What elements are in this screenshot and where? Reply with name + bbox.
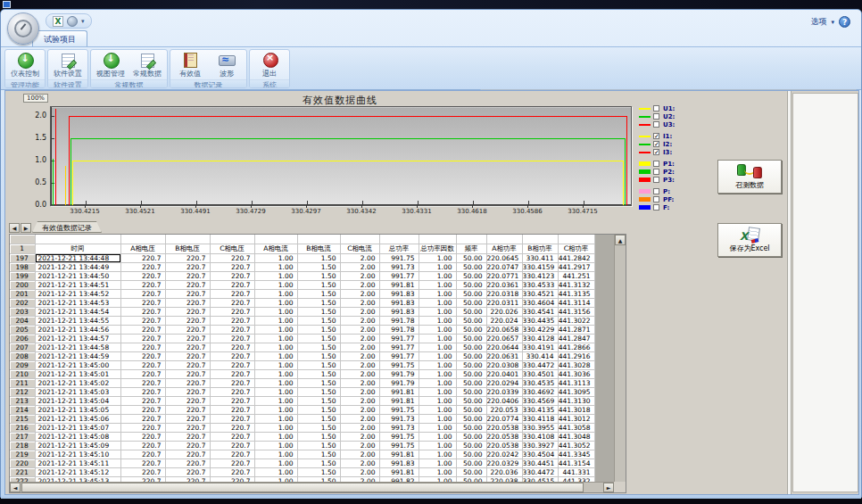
column-title-cell[interactable]: 总功率因数 — [419, 244, 456, 253]
rms-value-button[interactable]: 有效值 — [173, 51, 207, 78]
table-cell[interactable]: 220.7 — [120, 343, 165, 351]
table-cell[interactable]: 441.3028 — [558, 360, 594, 369]
table-cell[interactable]: 220.0771 — [486, 271, 522, 280]
table-cell[interactable]: 1.00 — [419, 369, 456, 378]
header-cell[interactable] — [558, 235, 594, 244]
table-cell[interactable]: 991.75 — [379, 441, 419, 450]
table-cell[interactable]: 220.7 — [120, 280, 165, 289]
table-cell[interactable]: 1.00 — [254, 325, 297, 334]
table-cell[interactable]: 220.7 — [120, 360, 165, 369]
table-cell[interactable]: 441.2871 — [558, 325, 594, 334]
table-cell[interactable]: 220.0774 — [486, 414, 522, 423]
legend-checkbox[interactable] — [653, 121, 659, 128]
table-cell[interactable]: 330.4569 — [522, 396, 558, 405]
table-cell[interactable]: 1.00 — [419, 441, 456, 450]
table-cell[interactable]: 1.50 — [297, 307, 340, 316]
table-cell[interactable]: 1.00 — [419, 289, 456, 298]
table-cell[interactable]: 1.50 — [297, 450, 340, 459]
table-cell[interactable]: 991.83 — [379, 307, 419, 316]
poll-data-button[interactable]: 召测数据 — [717, 160, 782, 194]
table-cell[interactable]: 1.00 — [419, 396, 456, 405]
table-cell[interactable]: 441.2917 — [558, 262, 594, 271]
table-cell[interactable]: 50.00 — [456, 280, 486, 289]
column-title-cell[interactable]: B相电流 — [297, 244, 340, 253]
table-cell[interactable]: 1.50 — [297, 325, 340, 334]
legend-checkbox[interactable] — [653, 161, 659, 167]
column-title-cell[interactable]: A相电流 — [254, 244, 297, 253]
software-settings-button[interactable]: 软件设置 — [51, 51, 85, 78]
table-cell[interactable]: 220.7 — [120, 414, 165, 423]
table-cell[interactable]: 220.0308 — [486, 360, 522, 369]
table-cell[interactable]: 1.50 — [297, 396, 340, 405]
table-cell[interactable]: 220.0329 — [486, 459, 522, 467]
table-cell[interactable]: 1.00 — [254, 280, 297, 289]
table-cell[interactable]: 2021-12-21 13:45:09 — [35, 441, 120, 450]
table-cell[interactable]: 2021-12-21 13:44:55 — [35, 316, 120, 325]
exit-button[interactable]: 退出 — [253, 51, 286, 78]
header-cell[interactable] — [522, 235, 558, 244]
table-cell[interactable]: 220.7 — [165, 307, 210, 316]
table-cell[interactable]: 441.2866 — [558, 343, 594, 351]
table-cell[interactable]: 1.50 — [297, 405, 340, 414]
table-cell[interactable]: 2.00 — [340, 467, 379, 476]
table-cell[interactable]: 330.4533 — [522, 280, 558, 289]
table-cell[interactable]: 50.00 — [456, 378, 486, 387]
table-cell[interactable]: 2021-12-21 13:45:02 — [35, 378, 120, 387]
table-cell[interactable]: 1.00 — [254, 262, 297, 271]
table-cell[interactable]: 2021-12-21 13:44:57 — [35, 334, 120, 343]
table-cell[interactable]: 2.00 — [340, 253, 379, 262]
table-cell[interactable]: 1.00 — [419, 378, 456, 387]
table-cell[interactable]: 2.00 — [340, 450, 379, 459]
table-cell[interactable]: 2021-12-21 13:44:54 — [35, 307, 120, 316]
scroll-up-icon[interactable]: ▲ — [615, 235, 626, 245]
table-cell[interactable]: 220.7 — [210, 325, 254, 334]
table-cell[interactable]: 2.00 — [340, 387, 379, 396]
table-cell[interactable]: 220.7 — [120, 423, 165, 432]
table-cell[interactable]: 220.7 — [120, 351, 165, 360]
tool-icon[interactable] — [67, 16, 78, 27]
table-cell[interactable]: 220.7 — [210, 343, 254, 351]
table-cell[interactable]: 1.00 — [254, 334, 297, 343]
table-cell[interactable]: 2.00 — [340, 378, 379, 387]
row-number-cell[interactable]: 1 — [10, 244, 35, 253]
header-cell[interactable] — [254, 235, 297, 244]
table-cell[interactable]: 220.7 — [165, 459, 210, 467]
table-cell[interactable]: 1.00 — [419, 405, 456, 414]
table-cell[interactable]: 1.00 — [254, 351, 297, 360]
table-cell[interactable]: 220.7 — [165, 280, 210, 289]
table-cell[interactable]: 220.7 — [210, 351, 254, 360]
table-cell[interactable]: 991.81 — [379, 396, 419, 405]
table-cell[interactable]: 991.75 — [379, 253, 419, 262]
table-cell[interactable]: 1.00 — [419, 298, 456, 307]
table-cell[interactable]: 220.0318 — [486, 289, 522, 298]
column-title-cell[interactable]: A相电压 — [120, 244, 165, 253]
header-cell[interactable] — [165, 235, 210, 244]
table-cell[interactable]: 2021-12-21 13:44:49 — [35, 262, 120, 271]
scroll-right-icon[interactable]: ▶ — [21, 223, 31, 233]
table-cell[interactable]: 1.50 — [297, 414, 340, 423]
table-cell[interactable]: 441.3095 — [558, 387, 594, 396]
table-cell[interactable]: 441.3036 — [558, 369, 594, 378]
table-cell[interactable]: 1.00 — [419, 307, 456, 316]
table-cell[interactable]: 330.414 — [522, 351, 558, 360]
scroll-left-icon[interactable]: ◄ — [10, 483, 21, 492]
table-cell[interactable]: 441.3156 — [558, 307, 594, 316]
view-management-button[interactable]: 视图管理 — [94, 51, 128, 78]
table-cell[interactable]: 2021-12-21 13:44:52 — [35, 289, 120, 298]
table-cell[interactable]: 2.00 — [340, 432, 379, 441]
header-cell[interactable] — [379, 235, 419, 244]
table-cell[interactable]: 1.50 — [297, 334, 340, 343]
table-cell[interactable]: 1.00 — [419, 271, 456, 280]
table-cell[interactable]: 220.7 — [210, 307, 254, 316]
table-cell[interactable]: 220.7 — [210, 360, 254, 369]
table-cell[interactable]: 330.4521 — [522, 289, 558, 298]
table-cell[interactable]: 220.7 — [165, 289, 210, 298]
table-cell[interactable]: 220.7 — [210, 459, 254, 467]
row-number-cell[interactable]: 213 — [10, 396, 35, 405]
table-cell[interactable]: 220.024 — [486, 316, 522, 325]
table-cell[interactable]: 220.7 — [120, 432, 165, 441]
table-cell[interactable]: 220.0644 — [486, 343, 522, 351]
row-number-cell[interactable]: 201 — [10, 289, 35, 298]
header-cell[interactable] — [419, 235, 456, 244]
column-title-cell[interactable]: 频率 — [456, 244, 486, 253]
